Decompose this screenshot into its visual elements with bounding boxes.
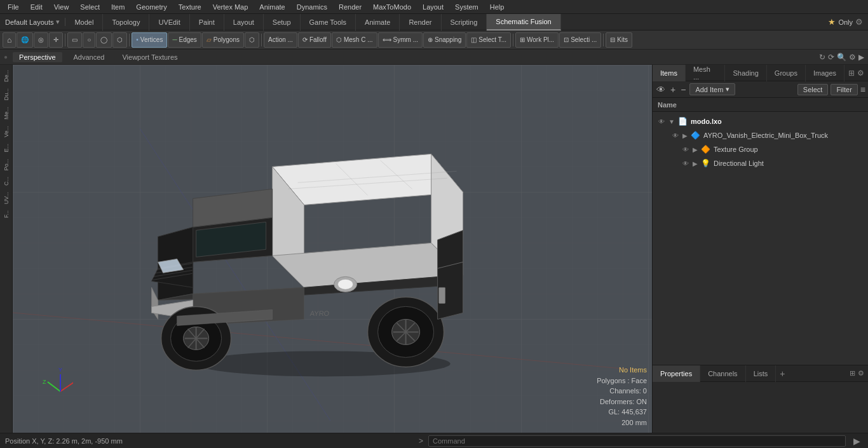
mesh-btn[interactable]: ⬡ Mesh C ...: [332, 32, 377, 48]
menu-dynamics[interactable]: Dynamics: [292, 2, 332, 12]
symm-btn[interactable]: ⟺ Symm ...: [378, 32, 423, 48]
polygons-btn[interactable]: ▱ Polygons: [202, 32, 244, 48]
command-run-button[interactable]: ▶: [851, 436, 863, 446]
vp-tab-perspective[interactable]: Perspective: [13, 52, 62, 62]
menu-geometry[interactable]: Geometry: [131, 2, 172, 12]
tree-item-root[interactable]: 👁 ▼ 📄 modo.lxo: [653, 114, 868, 128]
props-tab-properties[interactable]: Properties: [653, 365, 700, 382]
move-btn[interactable]: ✛: [49, 32, 63, 48]
props-settings-icon[interactable]: ⚙: [858, 369, 864, 377]
tree-arrow-texture[interactable]: ▶: [693, 146, 698, 153]
vp-tab-viewport-textures[interactable]: Viewport Textures: [116, 52, 184, 62]
tab-schematic-fusion[interactable]: Schematic Fusion: [487, 14, 560, 31]
menu-system[interactable]: System: [450, 2, 484, 12]
tab-topology[interactable]: Topology: [103, 14, 149, 31]
right-settings-icon[interactable]: ⚙: [857, 69, 864, 78]
command-input[interactable]: [428, 435, 846, 447]
right-tab-items[interactable]: Items: [653, 65, 686, 81]
tree-arrow-root[interactable]: ▼: [668, 118, 675, 125]
eye-icon-texture[interactable]: 👁: [681, 144, 691, 154]
edges-btn[interactable]: ─ Edges: [168, 32, 201, 48]
tab-scripting[interactable]: Scripting: [442, 14, 487, 31]
sidebar-btn-uv[interactable]: UV...: [2, 189, 11, 207]
kits-btn[interactable]: ⊟ Kits: [606, 32, 632, 48]
world-btn[interactable]: 🌐: [17, 32, 33, 48]
snapping-btn[interactable]: ⊕ Snapping: [423, 32, 466, 48]
items-remove-icon[interactable]: −: [679, 85, 687, 95]
menu-edit[interactable]: Edit: [25, 2, 48, 12]
eye-icon-root[interactable]: 👁: [656, 116, 667, 126]
sidebar-btn-po[interactable]: Po...: [2, 156, 11, 173]
tree-item-truck[interactable]: 👁 ▶ 🔷 AYRO_Vanish_Electric_Mini_Box_Truc…: [653, 128, 868, 142]
vp-zoom-icon[interactable]: 🔍: [837, 53, 846, 62]
tab-uvedit[interactable]: UVEdit: [149, 14, 189, 31]
select-info-btn[interactable]: ⊡ Selecti ...: [559, 32, 601, 48]
vertices-btn[interactable]: • Vertices: [132, 32, 167, 48]
sidebar-btn-de[interactable]: De...: [2, 67, 11, 85]
menu-layout[interactable]: Layout: [417, 2, 449, 12]
tree-item-texture[interactable]: 👁 ▶ 🔶 Texture Group: [653, 142, 868, 156]
circle-btn[interactable]: ○: [83, 32, 95, 48]
tab-game-tools[interactable]: Game Tools: [301, 14, 356, 31]
menu-maxtomodo[interactable]: MaxToModo: [368, 2, 416, 12]
right-tab-groups[interactable]: Groups: [767, 65, 806, 81]
sidebar-btn-du[interactable]: Du...: [2, 86, 11, 103]
only-label[interactable]: Only: [838, 18, 853, 26]
tree-item-light[interactable]: 👁 ▶ 💡 Directional Light: [653, 156, 868, 170]
menu-item[interactable]: Item: [106, 2, 130, 12]
right-tab-shading[interactable]: Shading: [725, 65, 766, 81]
lasso-btn[interactable]: ◎: [34, 32, 48, 48]
props-expand-icon[interactable]: ⊞: [850, 369, 855, 377]
items-eye-icon[interactable]: 👁: [655, 85, 667, 95]
items-filter-button[interactable]: Filter: [831, 84, 857, 95]
right-expand-icon[interactable]: ⊞: [848, 69, 855, 78]
menu-vertex-map[interactable]: Vertex Map: [208, 2, 254, 12]
default-layout-dropdown[interactable]: Default Layouts: [5, 18, 53, 26]
vp-settings-icon[interactable]: ⚙: [849, 53, 856, 62]
eye-icon-light[interactable]: 👁: [681, 158, 691, 168]
menu-help[interactable]: Help: [485, 2, 510, 12]
layout-dropdown-arrow[interactable]: ▾: [56, 18, 60, 26]
tree-arrow-light[interactable]: ▶: [693, 160, 698, 167]
sidebar-btn-f[interactable]: F...: [2, 208, 11, 221]
tab-render[interactable]: Render: [400, 14, 441, 31]
menu-render[interactable]: Render: [334, 2, 367, 12]
tree-arrow-truck[interactable]: ▶: [682, 132, 688, 139]
eye-icon-truck[interactable]: 👁: [670, 130, 681, 140]
menu-view[interactable]: View: [49, 2, 74, 12]
sidebar-btn-ve[interactable]: Ve...: [2, 123, 11, 140]
items-more-icon[interactable]: ≡: [860, 85, 865, 95]
items-select-button[interactable]: Select: [797, 84, 829, 95]
falloff-btn[interactable]: ⟳ Falloff: [298, 32, 331, 48]
menu-file[interactable]: File: [3, 2, 24, 12]
work-plane-btn[interactable]: ⊞ Work Pl...: [515, 32, 559, 48]
items-add-icon[interactable]: +: [669, 85, 677, 95]
props-tab-lists[interactable]: Lists: [746, 365, 776, 382]
add-item-button[interactable]: Add Item ▾: [689, 83, 735, 95]
tab-animate[interactable]: Animate: [356, 14, 400, 31]
status-arrow[interactable]: >: [419, 437, 423, 445]
tab-setup[interactable]: Setup: [264, 14, 301, 31]
viewport[interactable]: AYRO X Z Y No Items Polygons : Face Chan…: [13, 65, 652, 433]
right-tab-mesh[interactable]: Mesh ...: [686, 65, 726, 81]
sidebar-btn-me[interactable]: Me...: [2, 104, 11, 122]
circle2-btn[interactable]: ◯: [96, 32, 112, 48]
settings-icon[interactable]: ⚙: [855, 17, 863, 27]
tab-model[interactable]: Model: [65, 14, 103, 31]
right-tab-images[interactable]: Images: [806, 65, 844, 81]
vp-refresh-icon[interactable]: ↻: [819, 53, 825, 62]
vp-tab-advanced[interactable]: Advanced: [67, 52, 111, 62]
tab-paint[interactable]: Paint: [190, 14, 224, 31]
sidebar-btn-c[interactable]: C...: [2, 174, 11, 188]
material-btn[interactable]: ⬡: [245, 32, 259, 48]
select-tool-btn[interactable]: ◫ Select T...: [466, 32, 511, 48]
vp-rotate-icon[interactable]: ⟳: [828, 53, 834, 62]
props-add-button[interactable]: +: [776, 369, 789, 379]
vp-dot[interactable]: ●: [4, 53, 8, 60]
menu-select[interactable]: Select: [75, 2, 105, 12]
action-btn[interactable]: Action ...: [264, 32, 297, 48]
mode-icon-btn[interactable]: ⌂: [3, 32, 16, 48]
sidebar-btn-e[interactable]: E...: [2, 141, 11, 155]
tab-layout[interactable]: Layout: [224, 14, 264, 31]
menu-animate[interactable]: Animate: [254, 2, 290, 12]
